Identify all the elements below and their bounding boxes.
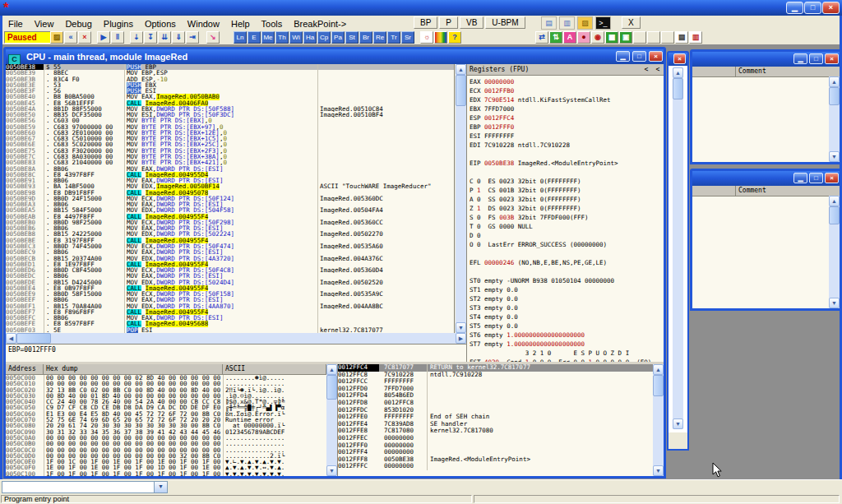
registers-line[interactable]: A 0 SS 0023 32bit 0(FFFFFFFF): [470, 195, 664, 204]
registers-line[interactable]: EAX 00000000: [470, 77, 664, 86]
plugin-button-vb[interactable]: VB: [460, 16, 483, 29]
disasm-row[interactable]: 0050BEC9.8B06MOV EAX,DWORD PTR DS:[ESI]: [6, 249, 454, 255]
pane-button-sr[interactable]: Sr: [401, 31, 414, 44]
execute-till-return-icon[interactable]: ⇥: [186, 31, 199, 44]
disasm-row[interactable]: 0050BEEF.8B06MOV EAX,DWORD PTR DS:[ESI]: [6, 297, 454, 303]
animate-over-icon[interactable]: ⇓: [172, 31, 185, 44]
goto-icon[interactable]: ↘: [206, 31, 220, 44]
registers-line[interactable]: [470, 168, 664, 177]
dump-row[interactable]: 0050C00000 00 00 00 00 00 00 00 02 8D 40…: [6, 375, 326, 381]
swap-panes-icon[interactable]: ⇄: [535, 31, 548, 44]
disasm-row[interactable]: 0050BEDC.8B06MOV EAX,DWORD PTR DS:[ESI]: [6, 273, 454, 279]
resize-grip[interactable]: [669, 432, 687, 439]
dump-scrollbar[interactable]: ▲ ▼: [326, 364, 337, 476]
disasm-row[interactable]: 0050BEF1.8B15 70A84A00MOV EDX,DWORD PTR …: [6, 303, 454, 309]
side2-minimize-button[interactable]: ▁: [793, 173, 807, 183]
run-icon[interactable]: ▶: [97, 31, 110, 44]
stack-row[interactable]: 0012FFFC00000000: [338, 463, 653, 470]
close-button[interactable]: ×: [822, 2, 840, 14]
hidden-window-close-button[interactable]: ×: [673, 53, 686, 64]
disasm-row[interactable]: 0050BE45.E8 56B1EFFFCALL ImageRed.00406F…: [6, 100, 454, 106]
plugin-close-button[interactable]: X: [622, 16, 641, 29]
dump-header-hex-dump[interactable]: Hex dump: [44, 364, 223, 374]
side-window-1-titlebar[interactable]: ▁ □ ×: [692, 52, 840, 67]
dump-row[interactable]: 0050C03000 8D 40 00 01 8D 40 00 00 00 00…: [6, 393, 326, 399]
close-process-icon[interactable]: ×: [78, 31, 91, 44]
dump-row[interactable]: 0050C0C000 00 00 00 00 00 00 00 00 00 00…: [6, 447, 326, 453]
side1-scrollbar[interactable]: ▲ ▼: [829, 76, 840, 162]
registers-line[interactable]: [470, 150, 664, 159]
matrix-icon[interactable]: ▦: [605, 31, 618, 44]
registers-line[interactable]: [470, 249, 664, 258]
restart-icon[interactable]: «: [64, 31, 77, 44]
dump-row[interactable]: 0050C0F01E 00 1F 00 1E 00 1F 00 1F 00 1D…: [6, 465, 326, 470]
folder-icon[interactable]: ▨: [577, 16, 593, 30]
step-over-icon[interactable]: ↧: [144, 31, 157, 44]
dump-row[interactable]: 0050C08020 20 61 74 20 30 30 30 30 30 30…: [6, 423, 326, 428]
cpu-close-button[interactable]: ×: [649, 51, 663, 62]
registers-line[interactable]: ST1 empty 0.0: [470, 285, 664, 294]
disasm-row[interactable]: 0050BEB8.8B15 24225000MOV EDX,DWORD PTR …: [6, 231, 454, 237]
registers-line[interactable]: EDI 7C910228 ntdll.7C910228: [470, 141, 664, 150]
cpu-maximize-button[interactable]: □: [632, 51, 646, 62]
registers-line[interactable]: D 0: [470, 231, 664, 240]
dump-row[interactable]: 0050C0B000 00 00 00 00 00 00 00 00 00 00…: [6, 441, 326, 446]
empty-slot[interactable]: [661, 31, 674, 44]
registers-line[interactable]: ST4 empty 0.0: [470, 312, 664, 321]
disasm-row[interactable]: 0050BEAB.E8 4497F8FFCALL ImageRed.004955…: [6, 214, 454, 220]
disasm-row[interactable]: 0050BE91.8B06MOV EAX,DWORD PTR DS:[ESI]: [6, 178, 454, 183]
disasm-row[interactable]: 0050BE50.8B35 DCF35000MOV ESI,DWORD PTR …: [6, 112, 454, 118]
dump-row[interactable]: 0050C0A000 00 00 00 00 00 00 00 00 00 00…: [6, 435, 326, 441]
pane-button-re[interactable]: Re: [373, 31, 386, 44]
pane-button-ha[interactable]: Ha: [303, 31, 317, 44]
disasm-row[interactable]: 0050BE38$55PUSH EBP: [6, 64, 454, 70]
gear-icon[interactable]: ☼: [420, 31, 433, 44]
open-file-icon[interactable]: ▨: [50, 31, 63, 44]
pause-icon[interactable]: ‖: [111, 31, 124, 44]
pane-button-st[interactable]: St: [345, 31, 359, 44]
layout-notes-icon[interactable]: ▥: [689, 31, 702, 44]
disasm-row[interactable]: 0050BED1.E8 1E97F8FFCALL ImageRed.004955…: [6, 261, 454, 267]
side1-minimize-button[interactable]: ▁: [793, 53, 807, 64]
side2-close-button[interactable]: ×: [825, 173, 839, 183]
registers-line[interactable]: ESI FFFFFFFF: [470, 132, 664, 141]
disasm-row[interactable]: 0050BECB.8B15 20374A00MOV EDX,DWORD PTR …: [6, 256, 454, 261]
registers-line[interactable]: ST5 empty 0.0: [470, 321, 664, 331]
registers-pane[interactable]: Registers (FPU) < < EAX 00000000ECX 0012…: [466, 64, 664, 362]
disasm-row[interactable]: 0050BF03.5EPOP ESIkernel32.7C817077: [6, 327, 454, 333]
step-into-icon[interactable]: ⇣: [130, 31, 143, 44]
ascii-table-icon[interactable]: A: [563, 31, 576, 44]
disasm-row[interactable]: 0050BE56.C603 00MOV BYTE PTR DS:[EBX],0: [6, 118, 454, 123]
registers-line[interactable]: ST2 empty 0.0: [470, 294, 664, 303]
main-titlebar[interactable]: * ▁ □ ×: [0, 0, 842, 16]
registers-line[interactable]: ST6 empty 1.0000000000000000000: [470, 331, 664, 340]
side1-close-button[interactable]: ×: [825, 53, 839, 64]
disasm-scrollbar[interactable]: ▲ ▼: [456, 64, 466, 333]
disasm-row[interactable]: 0050BEFC.8B06MOV EAX,DWORD PTR DS:[ESI]: [6, 315, 454, 321]
dump-row[interactable]: 0050C1001F 00 1F 00 1F 00 1F 00 1F 00 1F…: [6, 471, 326, 476]
cpu-minimize-button[interactable]: ▁: [616, 51, 630, 62]
disasm-row[interactable]: 0050BE8C.E8 4397F8FFCALL ImageRed.004955…: [6, 172, 454, 178]
dump-row[interactable]: 0050C040CC 24 40 00 78 26 40 00 54 2A 40…: [6, 399, 326, 405]
disasm-row[interactable]: 0050BE39.8BECMOV EBP,ESP: [6, 70, 454, 76]
comment-column-header[interactable]: Comment: [736, 186, 840, 196]
disasm-row[interactable]: 0050BE59.C683 97000000 00MOV BYTE PTR DS…: [6, 124, 454, 130]
disasm-row[interactable]: 0050BE3E.53PUSH EBX: [6, 82, 454, 88]
registers-line[interactable]: [470, 267, 664, 276]
registers-line[interactable]: EBP 0012FFF0: [470, 123, 664, 132]
info-pane[interactable]: EBP=0012FFF0: [6, 344, 466, 362]
disasm-row[interactable]: 0050BE3B.83C4 F0ADD ESP,-10: [6, 76, 454, 82]
command-combobox[interactable]: ▼: [2, 481, 168, 493]
disasm-row[interactable]: 0050BED6.8B0D C8F45000MOV ECX,DWORD PTR …: [6, 267, 454, 273]
disasm-hscrollbar[interactable]: ◀ ▶: [6, 333, 466, 344]
registers-line[interactable]: ESP 0012FFC4: [470, 113, 664, 123]
registers-line[interactable]: ST3 empty 0.0: [470, 303, 664, 312]
pane-nav-left-icon[interactable]: <: [641, 64, 652, 75]
dump-header-ascii[interactable]: ASCII: [223, 364, 326, 374]
registers-line[interactable]: T 0 GS 0000 NULL: [470, 222, 664, 231]
registers-line[interactable]: EBX 7FFD7000: [470, 104, 664, 113]
disasm-row[interactable]: 0050BE7C.C683 8A030000 00MOV BYTE PTR DS…: [6, 154, 454, 160]
pane-button-pa[interactable]: Pa: [331, 31, 345, 44]
disasm-row[interactable]: 0050BEE9.8B0D 58F15000MOV ECX,DWORD PTR …: [6, 291, 454, 297]
registers-line[interactable]: EIP 0050BE38 ImageRed.<ModuleEntryPoint>: [470, 159, 664, 168]
